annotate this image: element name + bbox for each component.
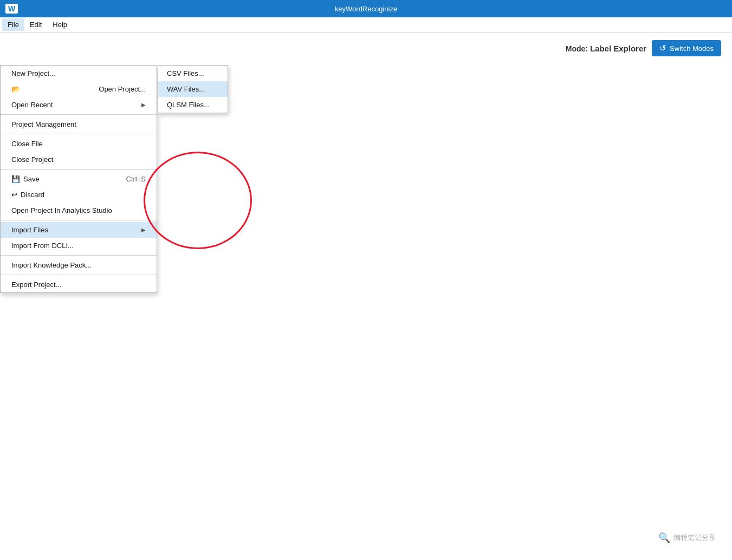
menu-file[interactable]: File: [2, 18, 24, 31]
submenu-csv-files[interactable]: CSV Files...: [158, 66, 228, 81]
divider-4: [1, 220, 157, 220]
divider-6: [1, 275, 157, 275]
mode-bar: Mode: Label Explorer ↺ Switch Modes: [566, 40, 721, 56]
main-content: Mode: Label Explorer ↺ Switch Modes New …: [0, 32, 732, 560]
save-shortcut: Ctrl+S: [126, 175, 146, 183]
divider-2: [1, 134, 157, 134]
menu-export-project[interactable]: Export Project...: [1, 277, 157, 292]
file-dropdown-menu: New Project... 📂 Open Project... Open Re…: [0, 65, 157, 293]
menu-open-analytics[interactable]: Open Project In Analytics Studio: [1, 203, 157, 218]
menu-bar: File Edit Help: [0, 17, 732, 32]
open-recent-arrow: ▶: [141, 102, 146, 108]
divider-1: [1, 114, 157, 115]
menu-import-from-dcli[interactable]: Import From DCLI...: [1, 238, 157, 253]
mode-label: Mode: Label Explorer: [566, 44, 646, 53]
app-title: keyWordRecoginize: [335, 5, 397, 13]
divider-3: [1, 169, 157, 170]
mode-name: Label Explorer: [590, 44, 646, 53]
menu-project-management[interactable]: Project Management: [1, 116, 157, 132]
menu-help[interactable]: Help: [47, 18, 73, 31]
menu-close-file[interactable]: Close File: [1, 136, 157, 152]
open-project-icon: 📂: [11, 85, 20, 93]
menu-save[interactable]: 💾 Save Ctrl+S: [1, 171, 157, 187]
discard-icon: ↩: [11, 191, 17, 199]
save-icon: 💾: [11, 175, 20, 183]
app-logo: W: [5, 4, 18, 14]
menu-open-project[interactable]: 📂 Open Project...: [1, 81, 157, 97]
import-files-arrow: ▶: [141, 227, 146, 233]
submenu-qlsm-files[interactable]: QLSM Files...: [158, 97, 228, 113]
menu-close-project[interactable]: Close Project: [1, 152, 157, 167]
switch-modes-button[interactable]: ↺ Switch Modes: [652, 40, 721, 56]
menu-new-project[interactable]: New Project...: [1, 66, 157, 81]
menu-import-knowledge-pack[interactable]: Import Knowledge Pack...: [1, 257, 157, 273]
divider-5: [1, 255, 157, 256]
watermark: 🔍 编程笔记分享: [658, 532, 716, 544]
menu-discard[interactable]: ↩ Discard: [1, 187, 157, 203]
title-bar: W keyWordRecoginize: [0, 0, 732, 17]
menu-import-files[interactable]: Import Files ▶: [1, 222, 157, 238]
import-submenu: CSV Files... WAV Files... QLSM Files...: [158, 65, 228, 113]
switch-modes-label: Switch Modes: [670, 44, 714, 53]
menu-edit[interactable]: Edit: [24, 18, 47, 31]
menu-open-recent[interactable]: Open Recent ▶: [1, 97, 157, 113]
switch-modes-icon: ↺: [659, 43, 666, 53]
submenu-wav-files[interactable]: WAV Files...: [158, 81, 228, 97]
annotation-circle: [144, 152, 252, 249]
